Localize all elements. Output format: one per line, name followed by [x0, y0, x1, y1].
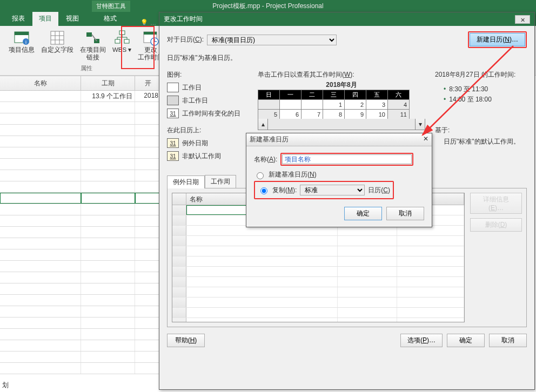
table-row[interactable]	[0, 329, 161, 340]
inner-cancel-button[interactable]: 取消	[386, 207, 424, 220]
table-row[interactable]	[0, 159, 161, 170]
swatch-nonwork	[167, 96, 179, 105]
based-on-text: 日历"标准"的默认工作周。	[444, 137, 527, 146]
annotation-highlight: 新建日历(N)…	[468, 31, 527, 48]
table-row[interactable]	[0, 317, 161, 329]
project-info-button[interactable]: i 项目信息	[6, 28, 37, 55]
legend-label: 图例:	[167, 70, 248, 79]
ok-button[interactable]: 确定	[447, 334, 485, 347]
svg-rect-4	[51, 31, 64, 44]
svg-text:i: i	[25, 39, 26, 45]
month-label: 2018年8月	[258, 80, 425, 90]
help-button[interactable]: 帮助(H)	[167, 334, 205, 347]
table-row[interactable]	[0, 204, 161, 215]
table-row[interactable]	[172, 318, 464, 322]
table-row[interactable]	[0, 181, 161, 193]
tab-report[interactable]: 报表	[5, 11, 31, 26]
table-row[interactable]	[0, 227, 161, 238]
table-row[interactable]	[0, 340, 161, 352]
table-row[interactable]	[172, 308, 464, 318]
tell-me-search[interactable]: 💡 …	[140, 19, 156, 26]
col-header-name[interactable]: 名称	[0, 76, 81, 90]
copy-source-select[interactable]: 标准	[300, 185, 365, 195]
table-row[interactable]	[0, 102, 161, 113]
table-row[interactable]	[172, 236, 464, 246]
col-header-duration[interactable]: 工期	[81, 76, 135, 90]
table-row[interactable]	[172, 246, 464, 256]
bullet-icon: •	[444, 85, 446, 93]
scroll-down-icon[interactable]: ▾	[415, 119, 425, 130]
table-row[interactable]	[172, 298, 464, 308]
table-row[interactable]	[172, 267, 464, 277]
options-button[interactable]: 选项(P)…	[400, 334, 443, 347]
based-on-label: 基于:	[435, 126, 527, 135]
tab-format[interactable]: 格式	[97, 11, 123, 26]
table-row[interactable]	[0, 363, 161, 374]
tab-workweeks[interactable]: 工作周	[205, 175, 236, 188]
grid-header: 名称 工期 开	[0, 76, 161, 91]
table-row[interactable]	[0, 113, 161, 125]
annotation-highlight: 复制(M): 标准 日历(C)	[254, 181, 394, 199]
table-row[interactable]	[0, 249, 161, 261]
work-time-for-day: 2018年8月27日 的工作时间:	[435, 70, 527, 79]
svg-rect-9	[86, 32, 92, 37]
tab-project[interactable]: 项目	[32, 11, 58, 26]
table-row[interactable]	[0, 238, 161, 249]
annotation-highlight	[280, 153, 413, 166]
project-info-icon: i	[13, 29, 30, 46]
close-icon[interactable]: ✕	[515, 15, 530, 24]
name-label: 名称(A):	[254, 155, 277, 164]
table-row[interactable]	[0, 136, 161, 147]
table-row[interactable]	[0, 295, 161, 306]
svg-rect-1	[15, 32, 29, 35]
new-base-radio[interactable]	[257, 172, 264, 179]
table-row[interactable]: 13.9 个工作日 2018	[0, 91, 161, 102]
table-row[interactable]	[0, 306, 161, 317]
table-row[interactable]	[0, 283, 161, 295]
task-grid[interactable]: 名称 工期 开 13.9 个工作日 2018	[0, 76, 162, 389]
table-row[interactable]	[172, 256, 464, 267]
close-icon[interactable]: ✕	[423, 135, 428, 144]
wbs-button[interactable]: WBS ▾	[110, 28, 133, 55]
custom-fields-button[interactable]: 自定义字段	[39, 28, 76, 55]
scroll-up-icon[interactable]: ▴	[258, 119, 268, 130]
details-button: 详细信息(E)…	[470, 193, 522, 214]
table-row[interactable]	[0, 261, 161, 272]
inner-dialog-titlebar[interactable]: 新建基准日历 ✕	[246, 133, 432, 146]
window-filename: Project模板.mpp - Project Professional	[212, 2, 323, 11]
links-between-button[interactable]: 在项目间 链接	[78, 28, 108, 63]
tab-exceptions[interactable]: 例外日期	[167, 175, 205, 188]
table-row[interactable]	[172, 277, 464, 287]
table-row[interactable]	[0, 193, 161, 204]
new-base-calendar-dialog: 新建基准日历 ✕ 名称(A): 新建基准日历(N) 复制(M): 标准 日历(C…	[246, 133, 432, 227]
delete-button: 删除(D)	[470, 218, 522, 232]
new-calendar-button[interactable]: 新建日历(N)…	[470, 33, 525, 46]
calendar-select[interactable]: 标准(项目日历)	[207, 35, 337, 45]
table-row[interactable]	[0, 215, 161, 227]
tab-view[interactable]: 视图	[59, 11, 85, 26]
dialog-titlebar[interactable]: 更改工作时间 ✕	[159, 12, 534, 26]
table-row[interactable]	[0, 170, 161, 181]
table-row[interactable]	[172, 287, 464, 298]
cancel-button[interactable]: 取消	[489, 334, 527, 347]
table-row[interactable]	[0, 272, 161, 283]
links-icon	[84, 29, 102, 46]
custom-fields-icon	[49, 29, 66, 46]
svg-rect-13	[115, 39, 120, 43]
inner-ok-button[interactable]: 确定	[344, 207, 382, 220]
table-row[interactable]	[0, 125, 161, 136]
base-calendar-text: 日历"标准"为基准日历。	[167, 53, 527, 63]
chevron-down-icon: ▾	[128, 46, 131, 53]
status-bar-left: 划	[2, 381, 9, 390]
swatch-edited: 31	[167, 109, 179, 118]
lightbulb-icon: 💡	[140, 19, 148, 26]
wbs-icon	[113, 29, 131, 46]
calendar-name-input[interactable]	[282, 154, 412, 164]
swatch-workday	[167, 83, 179, 92]
context-tab-label: 甘特图工具	[92, 1, 130, 12]
table-row[interactable]	[0, 147, 161, 159]
col-header-start[interactable]: 开	[135, 76, 161, 90]
table-row[interactable]	[0, 352, 161, 363]
copy-radio[interactable]	[260, 187, 267, 194]
mini-calendar[interactable]: 日一二三四五六 1234 567891011	[258, 90, 410, 119]
